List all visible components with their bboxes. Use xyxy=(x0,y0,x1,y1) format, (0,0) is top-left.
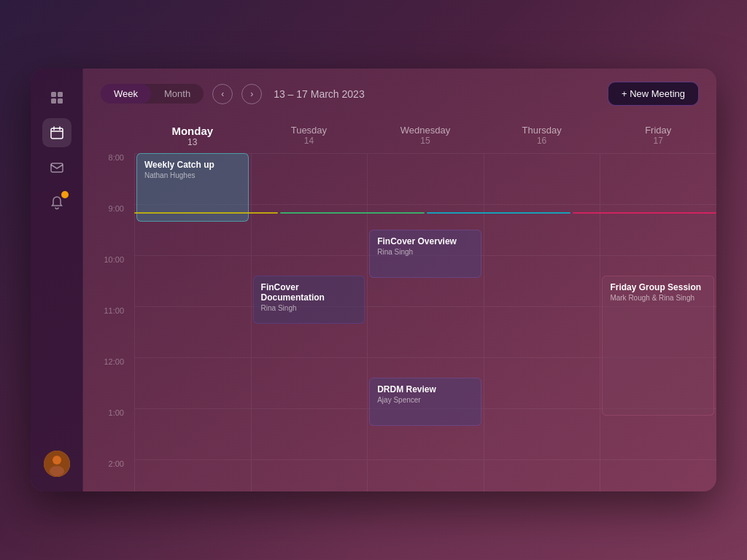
svg-rect-3 xyxy=(58,98,63,104)
event-friday-group-session[interactable]: Friday Group Session Mark Rough & Rina S… xyxy=(602,276,714,416)
day-cell-3-4 xyxy=(484,357,600,408)
day-header-tuesday: Tuesday 14 xyxy=(251,119,368,153)
day-name: Monday xyxy=(134,125,251,137)
day-cell-3-5 xyxy=(484,408,600,459)
day-cell-4-1 xyxy=(600,204,716,255)
calendar-area: Monday 13 Tuesday 14 Wednesday 15 Thursd… xyxy=(83,119,716,491)
time-label-0: 8:00 xyxy=(83,153,134,204)
time-label-5: 1:00 xyxy=(83,408,134,459)
time-label-3: 11:00 xyxy=(83,306,134,357)
time-gutter-header xyxy=(83,119,134,153)
app-container: Week Month ‹ › 13 – 17 March 2023 + New … xyxy=(31,69,716,491)
date-range-label: 13 – 17 March 2023 xyxy=(274,88,365,100)
day-num: 17 xyxy=(600,136,716,146)
event-fincover-documentation[interactable]: FinCover Documentation Rina Singh xyxy=(253,276,365,324)
time-label-4: 12:00 xyxy=(83,357,134,408)
new-meeting-button[interactable]: + New Meeting xyxy=(608,82,699,106)
day-cell-4-5 xyxy=(600,408,716,459)
day-name: Wednesday xyxy=(367,125,484,136)
event-fincover-overview[interactable]: FinCover Overview Rina Singh xyxy=(369,230,481,278)
prev-nav-button[interactable]: ‹ xyxy=(212,84,233,104)
user-avatar[interactable] xyxy=(44,451,70,477)
day-header-monday: Monday 13 xyxy=(134,119,251,153)
day-cell-3-1 xyxy=(484,204,600,255)
calendar-header: Week Month ‹ › 13 – 17 March 2023 + New … xyxy=(83,69,716,119)
event-subtitle: Ajay Spencer xyxy=(377,396,473,404)
day-cell-1-4 xyxy=(251,357,368,408)
day-cell-0-4 xyxy=(134,357,251,408)
event-subtitle: Rina Singh xyxy=(377,248,473,256)
event-title: DRDM Review xyxy=(377,384,473,394)
svg-rect-2 xyxy=(51,98,56,104)
next-nav-button[interactable]: › xyxy=(241,84,262,104)
notification-badge xyxy=(61,191,69,198)
day-name: Tuesday xyxy=(251,125,368,136)
svg-rect-1 xyxy=(58,92,63,97)
svg-rect-4 xyxy=(51,128,63,139)
event-subtitle: Mark Rough & Rina Singh xyxy=(610,294,706,302)
sidebar-item-calendar[interactable] xyxy=(42,118,71,147)
svg-point-10 xyxy=(53,456,61,464)
day-cell-2-6 xyxy=(367,459,484,491)
time-label-2: 10:00 xyxy=(83,255,134,306)
day-header-wednesday: Wednesday 15 xyxy=(367,119,484,153)
view-toggle: Week Month xyxy=(101,84,204,104)
day-cell-1-6 xyxy=(251,459,368,491)
time-grid[interactable]: 8:009:0010:0011:0012:001:002:00 Weekly C… xyxy=(83,153,716,491)
day-num: 13 xyxy=(134,137,251,147)
day-cell-3-0 xyxy=(484,153,600,204)
day-cell-1-5 xyxy=(251,408,368,459)
event-drdm-review[interactable]: DRDM Review Ajay Spencer xyxy=(369,378,481,426)
event-subtitle: Rina Singh xyxy=(261,304,357,312)
day-num: 14 xyxy=(251,136,368,146)
day-headers: Monday 13 Tuesday 14 Wednesday 15 Thursd… xyxy=(83,119,716,153)
event-subtitle: Nathan Hughes xyxy=(144,171,241,179)
event-title: Friday Group Session xyxy=(610,282,706,292)
event-title: FinCover Documentation xyxy=(261,282,357,303)
day-cell-1-1 xyxy=(251,204,368,255)
day-cell-0-2 xyxy=(134,255,251,306)
day-cell-3-3 xyxy=(484,306,600,357)
time-label-1: 9:00 xyxy=(83,204,134,255)
month-view-button[interactable]: Month xyxy=(151,84,204,104)
day-cell-3-6 xyxy=(484,459,600,491)
svg-rect-0 xyxy=(51,92,56,97)
day-name: Thursday xyxy=(484,125,600,136)
day-cell-3-2 xyxy=(484,255,600,306)
day-header-thursday: Thursday 16 xyxy=(484,119,600,153)
svg-point-11 xyxy=(50,466,64,476)
day-cell-4-6 xyxy=(600,459,716,491)
svg-rect-8 xyxy=(51,163,63,172)
sidebar-item-grid[interactable] xyxy=(42,83,71,112)
event-weekly-catchup[interactable]: Weekly Catch up Nathan Hughes xyxy=(136,153,249,222)
sidebar-item-notifications[interactable] xyxy=(42,188,71,217)
day-cell-4-0 xyxy=(600,153,716,204)
day-cell-2-3 xyxy=(367,306,484,357)
day-cell-2-0 xyxy=(367,153,484,204)
sidebar xyxy=(31,69,83,491)
day-num: 16 xyxy=(484,136,600,146)
day-cell-0-3 xyxy=(134,306,251,357)
day-cell-0-6 xyxy=(134,459,251,491)
day-num: 15 xyxy=(367,136,484,146)
week-view-button[interactable]: Week xyxy=(101,84,151,104)
day-name: Friday xyxy=(600,125,716,136)
event-title: FinCover Overview xyxy=(377,236,473,246)
main-content: Week Month ‹ › 13 – 17 March 2023 + New … xyxy=(83,69,716,491)
day-cell-0-5 xyxy=(134,408,251,459)
time-label-6: 2:00 xyxy=(83,459,134,491)
day-cell-1-0 xyxy=(251,153,368,204)
event-title: Weekly Catch up xyxy=(144,160,241,170)
day-header-friday: Friday 17 xyxy=(600,119,716,153)
sidebar-item-mail[interactable] xyxy=(42,153,71,182)
